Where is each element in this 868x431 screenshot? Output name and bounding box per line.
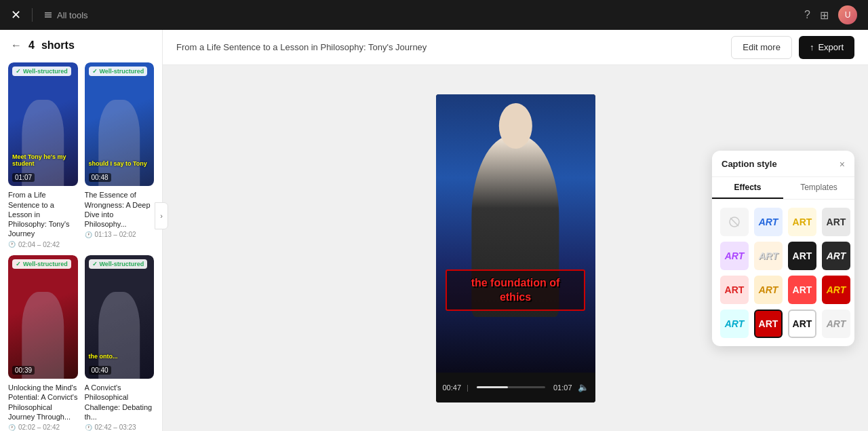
style-none[interactable] [720,208,749,236]
progress-fill [477,386,508,388]
video-player[interactable]: the foundation ofethics 00:47 | 01:07 🔈 [436,94,595,402]
style-16[interactable]: ART [822,310,850,338]
progress-bar[interactable] [477,386,545,388]
style-11[interactable]: ART [788,276,816,304]
card-timerange-3: 02:02 – 02:42 [18,424,60,431]
shorts-grid: Well-structured Meet Tony he's my studen… [0,58,162,431]
nav-icons: ? ⊞ U [804,5,857,24]
thumbnail-4: Well-structured the onto... 00:40 [85,255,155,379]
card-title-1: From a Life Sentence to a Lesson in Phil… [8,190,78,238]
time-separator: | [467,383,469,392]
caption-overlay-2: should I say to Tony [89,160,151,167]
export-icon: ↑ [810,42,814,52]
badge-3: Well-structured [12,259,71,269]
thumbnail-2: Well-structured should I say to Tony 00:… [85,62,155,186]
list-item[interactable]: Well-structured Meet Tony he's my studen… [8,62,78,248]
card-meta-2: 🕐 01:13 – 02:02 [85,231,155,238]
card-timerange-2: 01:13 – 02:02 [95,231,136,238]
caption-overlay-4: the onto... [89,353,151,360]
style-13[interactable]: ART [720,310,749,338]
video-caption-text: the foundation ofethics [454,276,578,305]
badge-2: Well-structured [89,67,148,76]
app-logo[interactable]: ✕ [11,7,21,22]
shorts-label: shorts [41,39,75,52]
style-8[interactable]: ART [822,242,850,270]
style-12[interactable]: ART [822,276,850,304]
duration-1: 01:07 [12,173,35,182]
duration-3: 00:39 [12,366,35,375]
video-caption-box[interactable]: the foundation ofethics [446,269,586,312]
thumbnail-1: Well-structured Meet Tony he's my studen… [8,62,78,186]
panel-header: Caption style × [712,151,854,177]
style-1[interactable]: ART [754,208,783,236]
card-title-2: The Essence of Wrongness: A Deep Dive in… [85,190,155,229]
caption-style-panel: Caption style × Effects Templates ART AR… [712,151,854,346]
card-info-1: From a Life Sentence to a Lesson in Phil… [8,186,78,248]
card-meta-1: 🕐 02:04 – 02:42 [8,241,78,248]
content-area: From a Life Sentence to a Lesson in Phil… [163,30,868,431]
badge-4: Well-structured [89,259,148,269]
total-time: 01:07 [553,383,572,392]
close-button[interactable]: × [840,159,845,170]
list-item[interactable]: Well-structured 00:39 Unlocking the Mind… [8,255,78,431]
style-2[interactable]: ART [788,208,816,236]
back-button[interactable]: ← [11,39,22,52]
help-icon[interactable]: ? [804,9,810,21]
shorts-count: 4 [28,39,35,52]
content-header: From a Life Sentence to a Lesson in Phil… [163,30,868,65]
card-title-3: Unlocking the Mind's Potential: A Convic… [8,383,78,421]
main-layout: ← 4 shorts Well-structured Meet Tony he'… [0,30,868,431]
grid-icon[interactable]: ⊞ [820,9,829,22]
clock-icon-4: 🕐 [85,424,92,431]
style-3[interactable]: ART [822,208,850,236]
current-time: 00:47 [443,383,462,392]
sidebar: ← 4 shorts Well-structured Meet Tony he'… [0,30,163,431]
video-controls: 00:47 | 01:07 🔈 [436,373,595,402]
style-9[interactable]: ART [720,276,749,304]
clock-icon-1: 🕐 [8,241,16,248]
style-14[interactable]: ART [754,310,783,338]
card-meta-3: 🕐 02:02 – 02:42 [8,424,78,431]
avatar[interactable]: U [838,5,857,24]
thumbnail-3: Well-structured 00:39 [8,255,78,379]
person-head [498,103,532,149]
export-button[interactable]: ↑ Export [799,36,854,59]
card-timerange-4: 02:42 – 03:23 [95,424,136,431]
styles-grid: ART ART ART ART ART ART ART ART ART ART … [712,200,854,346]
tab-effects[interactable]: Effects [712,177,783,199]
card-info-4: A Convict's Philosophical Challenge: Deb… [85,379,155,431]
style-10[interactable]: ART [754,276,783,304]
style-6[interactable]: ART [754,242,783,270]
list-item[interactable]: Well-structured should I say to Tony 00:… [85,62,155,248]
video-area: the foundation ofethics 00:47 | 01:07 🔈 [163,65,868,431]
style-5[interactable]: ART [720,242,749,270]
all-tools-button[interactable]: All tools [43,10,88,20]
tabs-row: Effects Templates [712,177,854,200]
card-info-3: Unlocking the Mind's Potential: A Convic… [8,379,78,431]
clock-icon-2: 🕐 [85,231,92,238]
card-info-2: The Essence of Wrongness: A Deep Dive in… [85,186,155,238]
nav-divider [32,8,33,22]
badge-1: Well-structured [12,67,71,76]
top-navigation: ✕ All tools ? ⊞ U [0,0,868,30]
card-title-4: A Convict's Philosophical Challenge: Deb… [85,383,155,421]
sidebar-collapse-button[interactable]: › [155,202,168,229]
clock-icon-3: 🕐 [8,424,16,431]
edit-more-button[interactable]: Edit more [731,36,792,59]
duration-4: 00:40 [89,366,111,375]
all-tools-label: All tools [57,10,88,20]
list-item[interactable]: Well-structured the onto... 00:40 A Conv… [85,255,155,431]
tools-icon [43,10,53,20]
card-timerange-1: 02:04 – 02:42 [18,241,60,248]
duration-2: 00:48 [89,173,111,182]
tab-templates[interactable]: Templates [783,177,854,199]
style-7[interactable]: ART [788,242,816,270]
content-title: From a Life Sentence to a Lesson in Phil… [176,42,724,52]
volume-icon[interactable]: 🔈 [578,382,589,392]
card-meta-4: 🕐 02:42 – 03:23 [85,424,155,431]
video-frame: the foundation ofethics [436,94,595,373]
caption-overlay-1: Meet Tony he's my student [12,153,74,167]
style-15[interactable]: ART [788,310,816,338]
panel-title: Caption style [722,159,777,169]
svg-line-4 [730,218,738,226]
